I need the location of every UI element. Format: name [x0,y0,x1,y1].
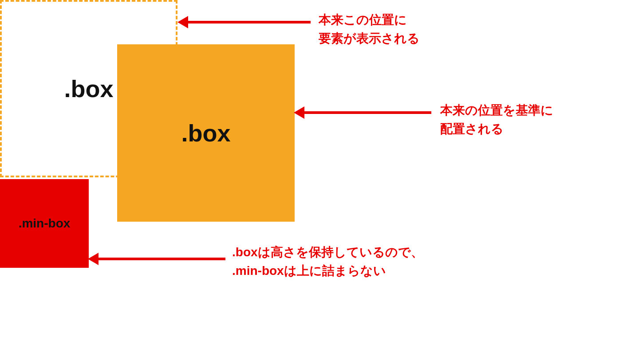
original-box-label: .box [64,75,113,102]
arrow-line [303,111,431,114]
arrow-line [186,21,311,23]
offset-box: .box [117,44,295,222]
annotation-text: .boxは高さを保持しているので、.min-boxは上に詰まらない [232,243,423,280]
min-box-label: .min-box [19,216,71,231]
diagram-canvas: .box .box .min-box 本来この位置に要素が表示される 本来の位置… [0,0,639,364]
annotation-text: 本来の位置を基準に配置される [440,101,553,138]
offset-box-label: .box [181,119,230,147]
arrow-line [97,258,225,260]
min-box: .min-box [0,179,89,268]
annotation-text: 本来この位置に要素が表示される [319,11,420,48]
